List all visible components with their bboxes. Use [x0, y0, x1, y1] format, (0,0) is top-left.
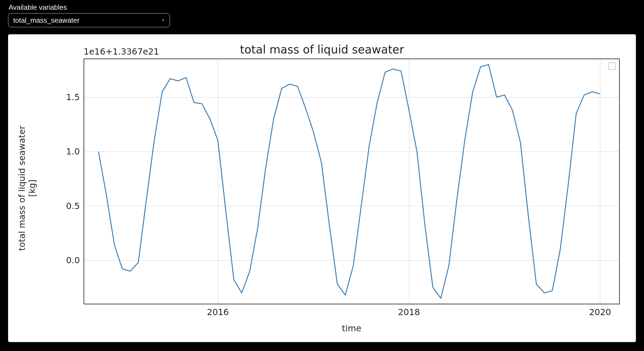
x-tick-label: 2018 [398, 304, 420, 317]
variable-select-label: Available variables [9, 3, 636, 12]
data-line [98, 65, 600, 298]
variable-select[interactable]: total_mass_seawater [8, 13, 170, 27]
variable-select-wrap: total_mass_seawater ▼ [8, 13, 170, 27]
x-tick-label: 2020 [589, 304, 611, 317]
x-tick-label: 2016 [207, 304, 229, 317]
y-axis-label: total mass of liquid seawater [kg] [17, 107, 37, 269]
y-tick-label: 1.5 [66, 92, 84, 102]
controls-bar: Available variables total_mass_seawater … [0, 0, 644, 29]
chart-card: total mass of liquid seawater 1e16+1.336… [8, 34, 636, 342]
legend-box-icon [608, 62, 616, 70]
y-tick-label: 0.5 [66, 201, 84, 211]
data-series-svg [84, 59, 619, 304]
x-axis-label: time [84, 323, 620, 333]
plot-area: 2016201820200.00.51.01.5 [84, 59, 620, 304]
y-tick-label: 0.0 [66, 255, 84, 265]
y-axis-offset-text: 1e16+1.3367e21 [84, 46, 159, 57]
y-tick-label: 1.0 [66, 146, 84, 157]
